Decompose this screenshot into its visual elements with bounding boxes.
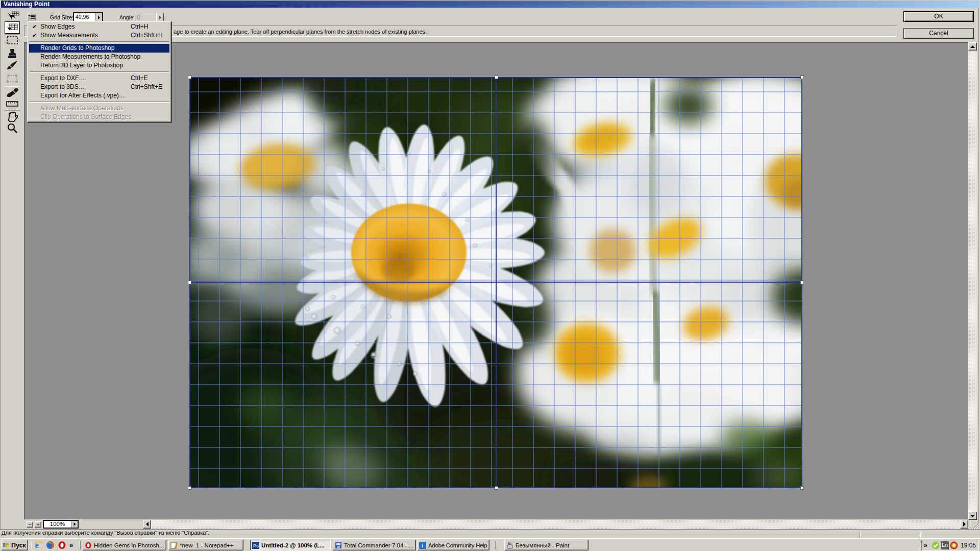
svg-text:Ps: Ps xyxy=(253,543,259,548)
